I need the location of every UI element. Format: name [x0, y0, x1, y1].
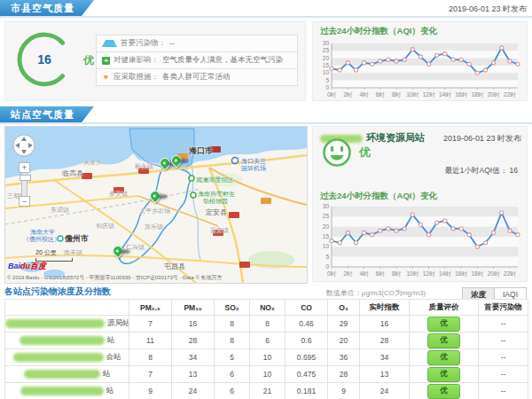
map-label: 临高县 — [62, 168, 83, 178]
station-name-suffix: 站 — [106, 386, 114, 395]
map-label: 加乐镇 — [145, 223, 163, 231]
map-label: 太平乡农场 — [139, 207, 170, 215]
table-section-title: 各站点污染物浓度及分指数 — [4, 286, 111, 298]
svg-text:22时: 22时 — [504, 270, 516, 277]
svg-text:15: 15 — [323, 233, 330, 239]
quality-rating-badge: 优 — [427, 350, 460, 365]
smiley-face-icon — [322, 137, 352, 168]
map-label: （儋州校区） — [23, 235, 60, 244]
value-cell: 0.181 — [286, 383, 328, 399]
value-cell: 0.475 — [286, 366, 328, 383]
col-no2: NO₂ — [250, 300, 286, 316]
map-compass-control[interactable] — [12, 134, 35, 157]
value-cell: 0.46 — [286, 316, 328, 332]
map-label: 多文镇 — [109, 190, 128, 199]
svg-text:16时: 16时 — [455, 270, 467, 277]
svg-text:18时: 18时 — [471, 270, 483, 277]
svg-text:10: 10 — [323, 243, 330, 249]
redacted-name — [24, 370, 100, 379]
redacted-name — [13, 353, 104, 362]
primary-pollutant-cell: -- — [479, 349, 528, 366]
map-label: 桥头镇 — [135, 162, 153, 171]
unit-note: 数值单位：μg/m3(CO为mg/m3) — [326, 288, 426, 298]
info-label: 对健康影响： — [113, 55, 159, 66]
tab-county-air-quality[interactable]: 市县空气质量 — [0, 0, 94, 16]
station-name-cell: 站 — [5, 332, 129, 349]
svg-text:8时: 8时 — [392, 270, 402, 277]
map-zoom-control: + − — [19, 162, 30, 207]
station-name-suffix: 会站 — [106, 352, 121, 361]
info-value: -- — [169, 39, 175, 48]
recent-aqi-value: 16 — [510, 166, 518, 175]
value-cell: 20 — [328, 332, 360, 349]
info-label: 应采取措施： — [113, 72, 159, 82]
redacted-name — [5, 319, 105, 328]
aqi-info-list: 首要污染物： -- + 对健康影响： 空气质量令人满意，基本无空气污染 ♥ 应采… — [96, 35, 298, 86]
baidu-logo: Baidu百度 — [8, 261, 46, 272]
table-row: 站9246210.181924优-- — [5, 383, 528, 399]
svg-text:30: 30 — [323, 203, 330, 209]
value-cell: 16 — [172, 316, 215, 332]
publish-time-county: 2019-06-01 23 时发布 — [449, 4, 527, 15]
value-cell: 0.695 — [286, 349, 328, 366]
table-header-row: PM₂.₅ PM₁₀ SO₂ NO₂ CO O₃ 实时指数 质量评价 首要污染物 — [5, 300, 528, 316]
county-aqi-24h-chart: 0510152025300时2时4时6时8时10时12时14时16时18时20时… — [317, 40, 524, 98]
map-label: 屯昌县 — [164, 262, 185, 271]
baidu-map[interactable]: 海口市海口美兰国际机场观澜湖度假区海南热带野生动植物园临高县美夏乡桥头镇多文镇三… — [4, 126, 308, 284]
svg-text:20: 20 — [323, 223, 330, 230]
zoom-out-button[interactable]: − — [19, 196, 30, 207]
value-cell: 6 — [250, 332, 286, 349]
zoom-handle[interactable] — [20, 175, 31, 181]
station-name: 环境资源局站 — [366, 131, 425, 145]
col-so2: SO₂ — [215, 300, 250, 316]
svg-text:0时: 0时 — [327, 270, 337, 277]
info-row-health-effect: + 对健康影响： 空气质量令人满意，基本无空气污染 — [96, 52, 298, 69]
station-name-suffix: 站 — [103, 369, 111, 378]
svg-text:20时: 20时 — [488, 270, 500, 277]
station-name-suffix: 源局站 — [107, 318, 129, 327]
info-value: 各类人群可正常活动 — [162, 72, 231, 82]
map-label: 观澜湖度假区 — [196, 176, 233, 184]
svg-text:0: 0 — [325, 84, 329, 90]
zoom-track[interactable] — [21, 173, 27, 196]
table-row: 源局站716880.462916优-- — [5, 316, 528, 332]
map-label: 美夏乡 — [83, 158, 102, 167]
map-copyright: © 2019 Baidu - GS(2018)5572号 - 甲测资字11009… — [7, 274, 223, 282]
map-label: 富文镇 — [210, 226, 229, 235]
station-name-suffix: 站 — [107, 335, 115, 344]
svg-text:14时: 14时 — [439, 270, 451, 277]
col-primary-pollutant: 首要污染物 — [479, 300, 528, 316]
svg-text:10时: 10时 — [406, 91, 419, 98]
value-cell: 9 — [129, 383, 172, 399]
svg-text:10: 10 — [323, 69, 330, 75]
svg-text:0: 0 — [325, 263, 329, 270]
station-name-cell: 会站 — [5, 349, 129, 366]
map-label: 定安县 — [206, 207, 227, 217]
value-cell: 9 — [328, 383, 360, 399]
value-cell: 24 — [172, 383, 215, 399]
value-cell: 29 — [328, 316, 360, 332]
pollutant-icon — [102, 40, 117, 47]
map-label: 东成镇 — [51, 206, 69, 215]
primary-pollutant-cell: -- — [479, 332, 528, 349]
quality-rating-badge: 优 — [427, 333, 460, 348]
col-station — [5, 300, 129, 316]
value-cell: 11 — [129, 332, 172, 349]
value-cell: 13 — [172, 366, 215, 383]
svg-text:12时: 12时 — [423, 270, 435, 277]
health-cross-icon: + — [102, 57, 110, 65]
col-o3: O₃ — [328, 300, 360, 316]
col-pm10: PM₁₀ — [172, 300, 215, 316]
station-level-label: 优 — [359, 145, 371, 160]
tab-station-air-quality[interactable]: 站点空气质量 — [0, 106, 94, 122]
svg-text:22时: 22时 — [504, 91, 516, 98]
value-cell: 24 — [360, 383, 410, 399]
air-quality-dashboard: 市县空气质量 2019-06-01 23 时发布 16 优 首要污染物： -- … — [0, 0, 532, 399]
svg-text:2时: 2时 — [343, 270, 353, 277]
map-label: 儋州市 — [65, 233, 89, 245]
value-cell: 0.6 — [286, 332, 328, 349]
svg-text:20: 20 — [323, 55, 330, 61]
section-divider — [0, 122, 532, 124]
section-divider — [0, 16, 532, 18]
zoom-in-button[interactable]: + — [19, 162, 30, 173]
